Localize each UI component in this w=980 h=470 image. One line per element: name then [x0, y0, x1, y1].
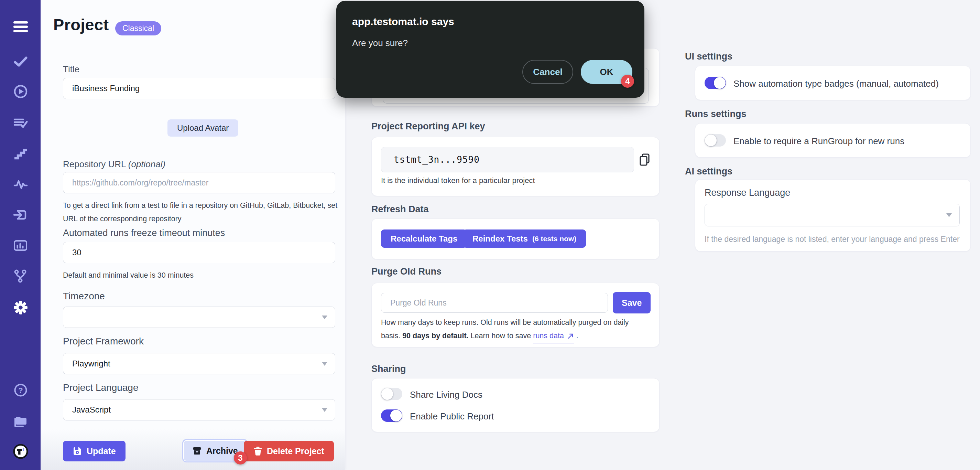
toggle-knob: [390, 410, 402, 422]
archive-label: Archive: [206, 446, 238, 456]
help-icon[interactable]: ?: [13, 382, 29, 398]
hint-badge-3: 3: [234, 451, 247, 465]
optional-note: (optional): [128, 159, 165, 169]
project-type-badge: Classical: [115, 21, 161, 35]
repository-url-input[interactable]: [63, 172, 335, 193]
api-key-field: tstmt_3n...9590: [381, 147, 634, 172]
response-language-label: Response Language: [705, 188, 790, 198]
save-label: Save: [622, 298, 642, 308]
runs-data-link[interactable]: runs data: [533, 329, 574, 343]
language-label: Project Language: [63, 382, 138, 393]
project-settings-page: ? Project Classical Title Upload Avatar …: [0, 0, 980, 470]
reindex-tests-count: (6 tests now): [532, 235, 576, 243]
toggle-knob: [705, 135, 717, 146]
title-input[interactable]: [63, 78, 335, 99]
enable-public-report-label: Enable Public Report: [410, 411, 494, 422]
tests-check-icon[interactable]: [13, 54, 29, 70]
page-title: Project: [53, 15, 109, 34]
copy-icon[interactable]: [638, 153, 652, 168]
framework-label: Project Framework: [63, 336, 144, 347]
dialog-title: app.testomat.io says: [352, 16, 454, 27]
sharing-heading: Sharing: [371, 364, 406, 374]
pulse-icon[interactable]: [13, 177, 29, 192]
dialog-cancel-button[interactable]: Cancel: [522, 60, 573, 84]
refresh-heading: Refresh Data: [371, 204, 429, 215]
framework-value: Playwright: [72, 359, 110, 368]
import-icon[interactable]: [13, 207, 29, 223]
freeze-timeout-hint: Default and minimal value is 30 minutes: [63, 269, 194, 282]
framework-select[interactable]: Playwright: [63, 353, 335, 374]
trash-icon: [253, 446, 262, 456]
menu-icon[interactable]: [13, 19, 29, 35]
svg-text:?: ?: [18, 386, 23, 395]
rungroup-required-label: Enable to require a RunGroup for new run…: [733, 136, 904, 147]
branches-icon[interactable]: [13, 268, 29, 284]
browser-alert-dialog: app.testomat.io says Are you sure? Cance…: [336, 1, 644, 98]
title-label: Title: [63, 64, 80, 75]
dialog-message: Are you sure?: [352, 38, 408, 48]
language-select[interactable]: JavaScript: [63, 399, 335, 421]
analytics-icon[interactable]: [13, 238, 29, 253]
repository-url-label: Repository URL (optional): [63, 159, 165, 170]
chevron-down-icon: [322, 315, 327, 319]
update-label: Update: [87, 446, 116, 456]
reporting-heading: Project Reporting API key: [371, 121, 485, 132]
cancel-label: Cancel: [533, 67, 562, 77]
projects-folder-icon[interactable]: [13, 413, 29, 429]
automation-badges-label: Show automation type badges (manual, aut…: [733, 78, 939, 89]
testomat-logo[interactable]: [13, 443, 29, 459]
reindex-tests-button[interactable]: Reindex Tests (6 tests now): [463, 229, 586, 248]
share-living-docs-toggle[interactable]: [381, 388, 402, 400]
recalculate-tags-button[interactable]: Recalculate Tags: [381, 229, 467, 248]
upload-avatar-label: Upload Avatar: [177, 123, 229, 133]
delete-project-label: Delete Project: [267, 446, 324, 456]
freeze-timeout-label: Automated runs freeze timeout minutes: [63, 228, 225, 239]
test-plans-icon[interactable]: [13, 115, 29, 131]
settings-gear-icon[interactable]: [13, 300, 29, 315]
reindex-tests-label: Reindex Tests: [473, 234, 528, 244]
response-language-select[interactable]: [705, 204, 960, 226]
delete-project-button[interactable]: Delete Project: [244, 441, 334, 461]
update-button[interactable]: Update: [63, 441, 126, 461]
runs-play-icon[interactable]: [13, 84, 29, 99]
hint-badge-4: 4: [621, 75, 634, 88]
repository-url-hint: To get a direct link from a test to file…: [63, 199, 338, 226]
chevron-down-icon: [322, 362, 327, 366]
recalculate-tags-label: Recalculate Tags: [391, 234, 457, 244]
response-language-hint: If the desired language is not listed, e…: [705, 235, 960, 244]
rungroup-required-toggle[interactable]: [705, 134, 726, 147]
timezone-label: Timezone: [63, 291, 105, 302]
purge-heading: Purge Old Runs: [371, 266, 442, 277]
language-value: JavaScript: [72, 405, 111, 414]
ai-settings-heading: AI settings: [685, 166, 732, 177]
share-living-docs-label: Share Living Docs: [410, 389, 482, 400]
chevron-down-icon: [946, 213, 952, 217]
timezone-select[interactable]: [63, 307, 335, 328]
chevron-down-icon: [322, 408, 327, 412]
freeze-timeout-input[interactable]: [63, 242, 335, 263]
api-key-hint: It is the individual token for a particu…: [381, 176, 535, 185]
purge-hint-bold: 90 days by default.: [402, 332, 468, 340]
purge-hint: How many days to keep runs. Old runs wil…: [381, 316, 641, 343]
ui-settings-heading: UI settings: [685, 51, 732, 62]
upload-avatar-button[interactable]: Upload Avatar: [167, 119, 238, 137]
external-link-icon: [567, 332, 574, 340]
milestones-steps-icon[interactable]: [13, 146, 29, 162]
sharing-card: [371, 378, 660, 432]
enable-public-report-toggle[interactable]: [381, 409, 402, 422]
automation-badges-toggle[interactable]: [705, 77, 726, 89]
purge-save-button[interactable]: Save: [613, 292, 651, 314]
runs-settings-heading: Runs settings: [685, 109, 746, 119]
save-floppy-icon: [73, 446, 82, 456]
api-key-value: tstmt_3n...9590: [394, 155, 480, 165]
archive-box-icon: [192, 446, 202, 456]
sidebar: ?: [0, 0, 41, 470]
purge-input[interactable]: [381, 293, 608, 313]
toggle-knob: [714, 77, 725, 89]
toggle-knob: [381, 388, 393, 400]
ok-label: OK: [600, 67, 613, 77]
